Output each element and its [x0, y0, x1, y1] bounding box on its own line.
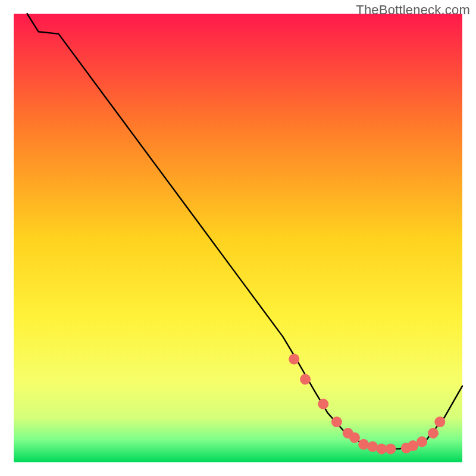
marker-dot — [416, 436, 427, 447]
gradient-background — [14, 14, 462, 462]
marker-dot — [428, 428, 439, 439]
watermark-text: TheBottleneck.com — [356, 2, 470, 18]
marker-dot — [358, 439, 369, 450]
marker-dot — [289, 354, 299, 365]
marker-dot — [331, 416, 342, 427]
marker-dot — [434, 416, 445, 427]
marker-dot — [318, 399, 328, 409]
bottleneck-chart — [0, 0, 476, 476]
marker-dot — [349, 433, 360, 443]
marker-dot — [367, 441, 378, 452]
chart-container: TheBottleneck.com — [0, 0, 476, 476]
marker-dot — [385, 443, 396, 454]
marker-dot — [300, 374, 311, 385]
